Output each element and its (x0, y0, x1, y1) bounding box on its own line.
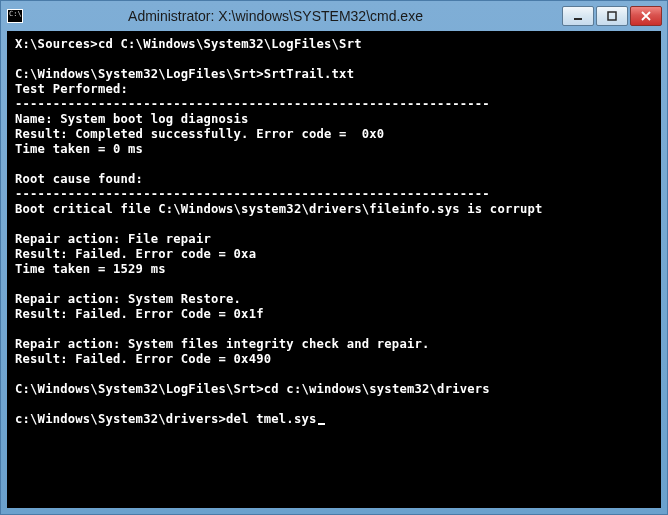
window-controls (562, 6, 662, 26)
rule-line: ----------------------------------------… (15, 187, 490, 201)
maximize-button[interactable] (596, 6, 628, 26)
cmd-window: Administrator: X:\windows\SYSTEM32\cmd.e… (0, 0, 668, 515)
command-text: cd c:\windows\system32\drivers (264, 382, 490, 396)
prompt: C:\Windows\System32\LogFiles\Srt> (15, 67, 264, 81)
output-line: Root cause found: (15, 172, 143, 186)
close-button[interactable] (630, 6, 662, 26)
output-line: Repair action: File repair (15, 232, 211, 246)
svg-rect-0 (574, 18, 582, 20)
output-line: Time taken = 1529 ms (15, 262, 166, 276)
text-cursor (318, 423, 325, 425)
titlebar[interactable]: Administrator: X:\windows\SYSTEM32\cmd.e… (1, 1, 667, 31)
window-title: Administrator: X:\windows\SYSTEM32\cmd.e… (0, 8, 562, 24)
output-line: Result: Completed successfully. Error co… (15, 127, 384, 141)
terminal-area[interactable]: X:\Sources>cd C:\Windows\System32\LogFil… (7, 31, 661, 508)
output-line: Repair action: System files integrity ch… (15, 337, 430, 351)
cmd-icon (7, 9, 23, 23)
output-line: Name: System boot log diagnosis (15, 112, 249, 126)
output-line: Test Performed: (15, 82, 128, 96)
svg-rect-1 (608, 12, 616, 20)
command-text: cd C:\Windows\System32\LogFiles\Srt (98, 37, 362, 51)
output-line: Repair action: System Restore. (15, 292, 241, 306)
command-text: SrtTrail.txt (264, 67, 354, 81)
output-line: Result: Failed. Error Code = 0x490 (15, 352, 271, 366)
output-line: Time taken = 0 ms (15, 142, 143, 156)
prompt: C:\Windows\System32\LogFiles\Srt> (15, 382, 264, 396)
rule-line: ----------------------------------------… (15, 97, 490, 111)
output-line: Result: Failed. Error code = 0xa (15, 247, 256, 261)
prompt: X:\Sources> (15, 37, 98, 51)
terminal-output: X:\Sources>cd C:\Windows\System32\LogFil… (15, 37, 653, 427)
command-text: del tmel.sys (226, 412, 316, 426)
output-line: Boot critical file C:\Windows\system32\d… (15, 202, 543, 216)
prompt: c:\Windows\System32\drivers> (15, 412, 226, 426)
output-line: Result: Failed. Error Code = 0x1f (15, 307, 264, 321)
minimize-button[interactable] (562, 6, 594, 26)
